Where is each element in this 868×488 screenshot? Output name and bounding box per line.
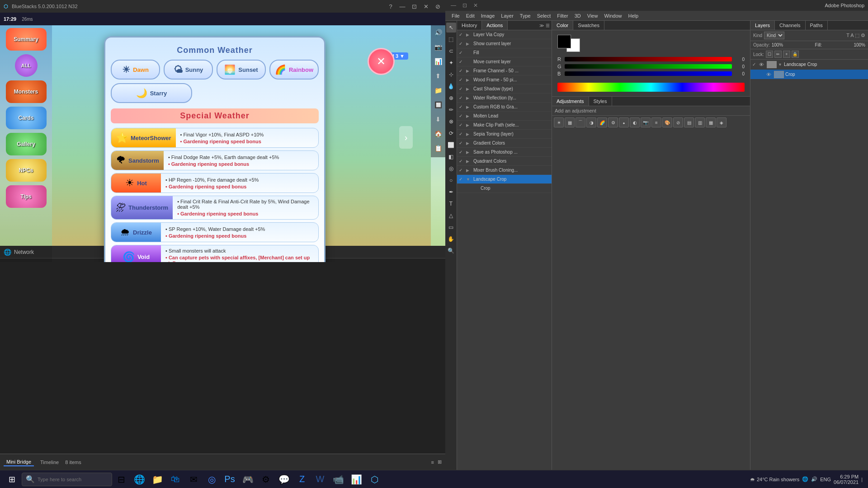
search-input[interactable] [38, 477, 101, 482]
ps-tool-eraser[interactable]: ⬜ [446, 140, 456, 150]
adj-photo-filter[interactable]: 📷 [641, 117, 651, 127]
adj-posterize[interactable]: ▤ [684, 117, 694, 127]
ps-menu-window[interactable]: Window [601, 12, 624, 19]
bs-maximize-btn[interactable]: ⊡ [410, 3, 418, 10]
color-spectrum[interactable] [557, 83, 745, 92]
nav-cards[interactable]: Cards [6, 107, 47, 129]
lock-transparent[interactable]: ☐ [766, 51, 773, 58]
layer-eye-2[interactable]: 👁 [766, 72, 773, 77]
layer-row-crop[interactable]: 👁 Crop [750, 70, 868, 80]
view-toggle-grid[interactable]: ⊞ [438, 459, 442, 465]
adj-levels[interactable]: ▦ [565, 117, 575, 127]
nav-tips[interactable]: Tips [6, 185, 47, 208]
taskbar-gamepad[interactable]: 🎮 [239, 470, 257, 488]
kind-select[interactable]: Kind [764, 32, 784, 39]
ps-menu-help[interactable]: Help [626, 12, 642, 19]
tab-history[interactable]: History [457, 21, 482, 30]
taskbar-word[interactable]: W [311, 470, 329, 488]
taskbar-task-view[interactable]: ⊟ [112, 470, 130, 488]
weather-sunset[interactable]: 🌅 Sunset [217, 60, 266, 80]
ps-menu-layer[interactable]: Layer [498, 12, 516, 19]
tab-paths[interactable]: Paths [806, 21, 828, 30]
ps-tool-path[interactable]: △ [446, 211, 456, 221]
ps-menu-filter[interactable]: Filter [554, 12, 571, 19]
action-move[interactable]: ✓ Move current layer [457, 57, 552, 66]
right-icon-4[interactable]: 📊 [433, 58, 443, 69]
taskbar-mail[interactable]: ✉ [184, 470, 203, 488]
action-sepia[interactable]: ✓ ▶ Sepia Toning (layer) [457, 130, 552, 139]
ps-tool-heal[interactable]: ⊕ [446, 93, 456, 103]
adj-exposure[interactable]: ◑ [586, 117, 596, 127]
ps-menu-edit[interactable]: Edit [463, 12, 477, 19]
ps-tool-brush[interactable]: ✏ [446, 105, 456, 115]
right-icon-8[interactable]: ⬇ [433, 116, 443, 127]
ps-tool-dodge[interactable]: ○ [446, 175, 456, 185]
ps-tool-move[interactable]: ↖ [446, 23, 456, 33]
timeline-tab[interactable]: Timeline [38, 459, 61, 466]
bs-minimize-btn[interactable]: — [398, 3, 406, 10]
ps-menu-type[interactable]: Type [517, 12, 533, 19]
action-layer-via-copy[interactable]: ✓ ▶ Layer Via Copy [457, 30, 552, 39]
action-show-current[interactable]: ✓ ▶ Show current layer [457, 39, 552, 48]
tab-channels[interactable]: Channels [775, 21, 805, 30]
color-fg-swatch[interactable] [557, 35, 571, 48]
adj-color-balance[interactable]: ⬥ [619, 117, 629, 127]
right-icon-2[interactable]: 🔊 [433, 29, 443, 40]
weather-dawn[interactable]: ☀ Dawn [111, 60, 160, 80]
ps-tool-clone[interactable]: ⊗ [446, 117, 456, 127]
bs-settings-btn[interactable]: ⊘ [434, 3, 442, 10]
adj-hue[interactable]: ⚙ [608, 117, 618, 127]
g-slider[interactable] [565, 64, 732, 69]
taskbar-store[interactable]: 🛍 [166, 470, 184, 488]
panel-expand-icon[interactable]: ≫ [539, 23, 544, 28]
adj-selective-color[interactable]: ◈ [717, 117, 726, 127]
action-gradient[interactable]: ✓ ▶ Gradient Colors [457, 139, 552, 148]
adj-brightness[interactable]: ☀ [554, 117, 564, 127]
lock-position[interactable]: + [783, 51, 790, 58]
bs-help-btn[interactable]: ? [387, 3, 395, 10]
lock-all[interactable]: 🔒 [792, 51, 799, 58]
nav-summary[interactable]: Summary [6, 28, 47, 51]
adj-bw[interactable]: ◐ [630, 117, 640, 127]
taskbar-sheets[interactable]: 📊 [347, 470, 365, 488]
tab-layers[interactable]: Layers [750, 21, 775, 30]
ps-tool-pen[interactable]: ✒ [446, 187, 456, 197]
lock-image[interactable]: ✏ [774, 51, 782, 58]
ps-menu-file[interactable]: File [449, 12, 462, 19]
tab-actions[interactable]: Actions [482, 21, 508, 30]
taskbar-edge[interactable]: 🌐 [130, 470, 148, 488]
weather-starry[interactable]: 🌙 Starry [111, 83, 192, 103]
right-icon-6[interactable]: 📁 [433, 87, 443, 98]
weather-sunny[interactable]: 🌤 Sunny [164, 60, 213, 80]
tab-adjustments[interactable]: Adjustments [552, 97, 589, 106]
taskbar-chrome[interactable]: ◎ [203, 470, 221, 488]
tab-swatches[interactable]: Swatches [573, 21, 604, 30]
action-water[interactable]: ✓ ▶ Water Reflection (ty... [457, 94, 552, 103]
right-icon-5[interactable]: ⬆ [433, 72, 443, 83]
adj-vibrance[interactable]: 🌈 [597, 117, 607, 127]
nav-all[interactable]: ALL [15, 54, 38, 77]
panel-menu-icon[interactable]: ☰ [546, 23, 550, 28]
layer-eye-1[interactable]: 👁 [759, 62, 765, 67]
action-custom-rgb[interactable]: ✓ ▶ Custom RGB to Gra... [457, 103, 552, 112]
taskbar-ps[interactable]: Ps [221, 470, 239, 488]
action-wood[interactable]: ✓ ▶ Wood Frame - 50 pi... [457, 75, 552, 84]
adj-threshold[interactable]: ▥ [695, 117, 705, 127]
action-quadrant[interactable]: ✓ ▶ Quadrant Colors [457, 157, 552, 166]
nav-monsters[interactable]: Monsters [6, 80, 47, 103]
ps-menu-view[interactable]: View [585, 12, 601, 19]
add-adjustment-btn[interactable]: Add an adjustment [552, 106, 750, 116]
action-save-ps[interactable]: ✓ ▶ Save as Photoshop ... [457, 148, 552, 157]
action-cast[interactable]: ✓ ▶ Cast Shadow (type) [457, 84, 552, 94]
action-mixer[interactable]: ✓ ▶ Mixer Brush Cloning... [457, 166, 552, 175]
adj-curves[interactable]: ⌒ [576, 117, 585, 127]
ps-tool-type[interactable]: T [446, 199, 456, 209]
mini-bridge-tab[interactable]: Mini Bridge [4, 458, 34, 466]
taskbar-discord[interactable]: 💬 [275, 470, 293, 488]
taskbar-facetime[interactable]: 📹 [329, 470, 347, 488]
adj-color-lookup[interactable]: 🎨 [662, 117, 672, 127]
adj-invert[interactable]: ⊘ [673, 117, 683, 127]
taskbar-explorer[interactable]: 📁 [148, 470, 166, 488]
weather-rainbow[interactable]: 🌈 Rainbow [269, 60, 319, 80]
close-pink-button[interactable]: ✕ [368, 48, 395, 75]
